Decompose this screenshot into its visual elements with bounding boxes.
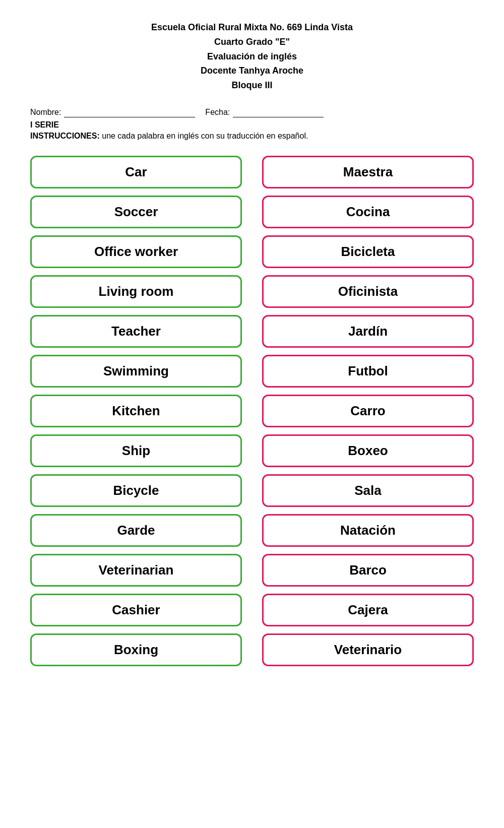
english-word-box: Car — [30, 156, 242, 188]
fecha-underline — [233, 108, 324, 117]
english-word-box: Soccer — [30, 196, 242, 228]
instructions-bold: INSTRUCCIONES: — [30, 132, 100, 140]
spanish-word-box: Boxeo — [262, 434, 474, 467]
english-word-box: Bicycle — [30, 474, 242, 507]
spanish-word-box: Veterinario — [262, 633, 474, 666]
page-header: Escuela Oficial Rural Mixta No. 669 Lind… — [30, 20, 474, 93]
english-word-box: Office worker — [30, 235, 242, 268]
english-column: CarSoccerOffice workerLiving roomTeacher… — [30, 156, 242, 666]
fecha-label: Fecha: — [205, 108, 230, 117]
spanish-word-box: Sala — [262, 474, 474, 507]
spanish-word-box: Barco — [262, 554, 474, 587]
spanish-word-box: Carro — [262, 395, 474, 427]
header-line1: Escuela Oficial Rural Mixta No. 669 Lind… — [30, 20, 474, 35]
spanish-word-box: Cajera — [262, 594, 474, 626]
english-word-box: Veterinarian — [30, 554, 242, 587]
spanish-word-box: Bicicleta — [262, 235, 474, 268]
spanish-word-box: Futbol — [262, 355, 474, 388]
serie-label: I SERIE — [30, 120, 474, 130]
english-word-box: Living room — [30, 275, 242, 308]
header-line4: Docente Tanhya Aroche — [30, 63, 474, 78]
header-line5: Bloque III — [30, 78, 474, 93]
spanish-word-box: Oficinista — [262, 275, 474, 308]
english-word-box: Boxing — [30, 633, 242, 666]
header-line3: Evaluación de inglés — [30, 49, 474, 64]
spanish-word-box: Jardín — [262, 315, 474, 348]
spanish-word-box: Cocina — [262, 196, 474, 228]
words-container: CarSoccerOffice workerLiving roomTeacher… — [30, 156, 474, 666]
spanish-word-box: Natación — [262, 514, 474, 547]
nombre-field: Nombre: — [30, 108, 195, 117]
english-word-box: Cashier — [30, 594, 242, 626]
english-word-box: Swimming — [30, 355, 242, 388]
spanish-word-box: Maestra — [262, 156, 474, 188]
nombre-label: Nombre: — [30, 108, 61, 117]
instructions: INSTRUCCIONES: une cada palabra en inglé… — [30, 132, 474, 141]
nombre-underline — [64, 108, 195, 117]
fecha-field: Fecha: — [205, 108, 324, 117]
english-word-box: Teacher — [30, 315, 242, 348]
english-word-box: Garde — [30, 514, 242, 547]
english-word-box: Ship — [30, 434, 242, 467]
instructions-text: une cada palabra en inglés con su traduc… — [100, 132, 308, 140]
form-row: Nombre: Fecha: — [30, 108, 474, 117]
english-word-box: Kitchen — [30, 395, 242, 427]
header-line2: Cuarto Grado "E" — [30, 35, 474, 49]
spanish-column: MaestraCocinaBicicletaOficinistaJardínFu… — [262, 156, 474, 666]
